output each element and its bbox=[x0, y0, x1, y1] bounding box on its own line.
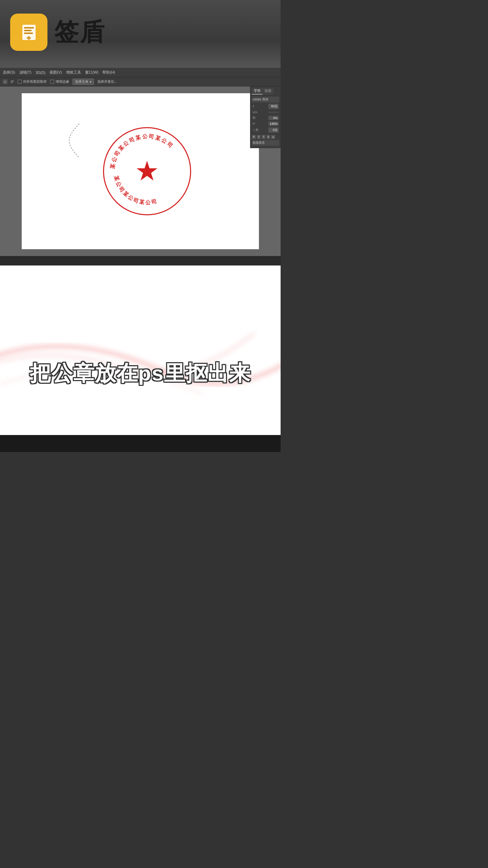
ps-checkbox-all-layers[interactable]: 对所有图层取样 bbox=[18, 79, 47, 84]
logo-icon bbox=[16, 20, 42, 45]
svg-rect-4 bbox=[24, 33, 33, 34]
ps-character-panel: 字符 段落 Adobe 黑体 T 60点 V/A 色 0% IT 130% △色 bbox=[250, 86, 281, 148]
ps-canvas-area: 某公司某公司某公司某公司 某公司某公司某公司 ★ 字符 段落 Ad bbox=[0, 86, 281, 256]
ps-scale-row: IT 130% bbox=[252, 121, 279, 126]
ps-select-subject-dropdown[interactable]: 选择主体 ▾ bbox=[73, 79, 94, 85]
svg-rect-2 bbox=[24, 27, 34, 28]
ps-baseline-value: 0点 bbox=[268, 127, 279, 133]
ps-menubar: 选择(S) 滤镜(T) 3D(D) 视图(V) 增效工具 窗口(W) 帮助(H) bbox=[0, 68, 281, 77]
ps-baseline-row: △色 0点 bbox=[252, 127, 279, 133]
ps-font-size-value: 60点 bbox=[268, 104, 279, 109]
ps-close-button[interactable]: × bbox=[3, 79, 7, 84]
ps-sigma-button[interactable]: σ bbox=[271, 135, 275, 139]
ps-menu-item[interactable]: 3D(D) bbox=[36, 71, 45, 75]
ps-menu-item[interactable]: 选择(S) bbox=[3, 70, 15, 75]
ps-menu-item[interactable]: 帮助(H) bbox=[102, 70, 115, 75]
ps-degree-field: 0° bbox=[11, 80, 14, 84]
ps-language: 美国英语 bbox=[252, 140, 279, 146]
ps-tab-character[interactable]: 字符 bbox=[252, 88, 263, 95]
ps-scale-value: 130% bbox=[268, 122, 279, 126]
ps-bold-button[interactable]: T bbox=[252, 135, 256, 139]
selection-curve bbox=[62, 120, 83, 161]
ps-font-size-label: T bbox=[252, 105, 255, 108]
ps-canvas: 某公司某公司某公司某公司 某公司某公司某公司 ★ bbox=[22, 93, 259, 249]
decorative-red-lines bbox=[0, 265, 281, 435]
ps-panel-tabs: 字符 段落 bbox=[252, 88, 279, 95]
ps-kerning-label: V/A bbox=[252, 111, 258, 114]
ps-color-value: 0% bbox=[268, 116, 279, 120]
ps-menu-item[interactable]: 增效工具 bbox=[66, 70, 81, 75]
ps-font-name: Adobe 黑体 bbox=[252, 97, 279, 102]
ps-tab-paragraph[interactable]: 段落 bbox=[263, 88, 273, 95]
ps-color-label: 色 bbox=[252, 116, 256, 120]
ps-style3-button[interactable]: T bbox=[262, 135, 266, 139]
ps-menu-item[interactable]: 滤镜(T) bbox=[19, 70, 32, 75]
ps-kerning-row: V/A bbox=[252, 110, 279, 114]
ps-scale-label: IT bbox=[252, 122, 255, 125]
ps-section: 选择(S) 滤镜(T) 3D(D) 视图(V) 增效工具 窗口(W) 帮助(H)… bbox=[0, 68, 281, 256]
stamp-container: 某公司某公司某公司某公司 某公司某公司某公司 ★ bbox=[103, 127, 191, 215]
ps-kerning-value bbox=[268, 112, 279, 113]
app-logo bbox=[10, 14, 47, 51]
official-stamp: 某公司某公司某公司某公司 某公司某公司某公司 ★ bbox=[103, 127, 191, 215]
svg-rect-3 bbox=[24, 30, 32, 31]
ps-baseline-label: △色 bbox=[252, 128, 259, 132]
subtitle-section: 把公章放在ps里抠出来 bbox=[0, 265, 281, 435]
header-section: 签盾 bbox=[0, 0, 281, 68]
app-title: 签盾 bbox=[54, 16, 106, 48]
ps-menu-item[interactable]: 窗口(W) bbox=[85, 70, 99, 75]
ps-fi-button[interactable]: fi bbox=[267, 135, 270, 139]
ps-select-mask-button[interactable]: 选择并遮住... bbox=[97, 79, 117, 84]
ps-checkbox-enhance-edge[interactable]: 增强边缘 bbox=[50, 79, 69, 84]
stamp-star: ★ bbox=[135, 158, 159, 185]
ps-menu-item[interactable]: 视图(V) bbox=[49, 70, 62, 75]
section-divider bbox=[0, 256, 281, 265]
ps-font-size-row: T 60点 bbox=[252, 103, 279, 109]
ps-italic-button[interactable]: T bbox=[257, 135, 261, 139]
checkbox-icon bbox=[50, 80, 54, 84]
ps-toolbar: × 0° 对所有图层取样 增强边缘 选择主体 ▾ 选择并遮住... bbox=[0, 77, 281, 86]
subtitle-text-container: 把公章放在ps里抠出来 bbox=[0, 359, 281, 388]
ps-color-row: 色 0% bbox=[252, 115, 279, 120]
subtitle-text: 把公章放在ps里抠出来 bbox=[30, 359, 251, 388]
bottom-bar bbox=[0, 435, 281, 452]
checkbox-icon bbox=[18, 80, 22, 84]
ps-style-buttons: T T T fi σ bbox=[252, 134, 279, 140]
